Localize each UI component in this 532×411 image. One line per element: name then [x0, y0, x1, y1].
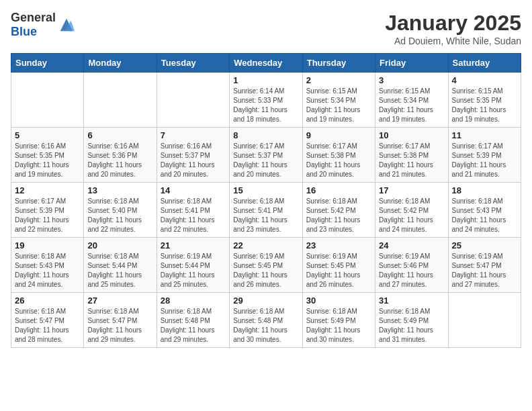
calendar-cell: 27Sunrise: 6:18 AMSunset: 5:47 PMDayligh… [84, 293, 157, 348]
day-number: 17 [379, 185, 444, 195]
calendar-cell: 5Sunrise: 6:16 AMSunset: 5:35 PMDaylight… [11, 128, 84, 183]
day-number: 20 [87, 240, 152, 250]
day-number: 30 [306, 295, 371, 306]
calendar-cell: 7Sunrise: 6:16 AMSunset: 5:37 PMDaylight… [157, 128, 229, 183]
calendar-cell: 16Sunrise: 6:18 AMSunset: 5:42 PMDayligh… [302, 183, 375, 238]
logo-icon [57, 15, 76, 34]
calendar-cell: 17Sunrise: 6:18 AMSunset: 5:42 PMDayligh… [375, 183, 448, 238]
calendar-cell: 9Sunrise: 6:17 AMSunset: 5:38 PMDaylight… [302, 128, 375, 183]
calendar-cell: 8Sunrise: 6:17 AMSunset: 5:37 PMDaylight… [230, 128, 302, 183]
day-info: Sunrise: 6:14 AMSunset: 5:33 PMDaylight:… [233, 87, 298, 124]
day-info: Sunrise: 6:19 AMSunset: 5:44 PMDaylight:… [161, 252, 226, 289]
weekday-header: Friday [375, 54, 448, 73]
calendar-cell: 29Sunrise: 6:18 AMSunset: 5:48 PMDayligh… [230, 293, 302, 348]
weekday-header: Wednesday [230, 54, 302, 73]
calendar-cell: 14Sunrise: 6:18 AMSunset: 5:41 PMDayligh… [157, 183, 229, 238]
day-number: 11 [452, 130, 517, 140]
calendar-cell: 13Sunrise: 6:18 AMSunset: 5:40 PMDayligh… [84, 183, 157, 238]
calendar-cell: 10Sunrise: 6:17 AMSunset: 5:38 PMDayligh… [375, 128, 448, 183]
day-info: Sunrise: 6:15 AMSunset: 5:34 PMDaylight:… [306, 87, 371, 124]
calendar-table: SundayMondayTuesdayWednesdayThursdayFrid… [11, 53, 521, 348]
day-number: 27 [87, 295, 152, 306]
calendar-cell: 30Sunrise: 6:18 AMSunset: 5:49 PMDayligh… [302, 293, 375, 348]
calendar-cell: 12Sunrise: 6:17 AMSunset: 5:39 PMDayligh… [11, 183, 84, 238]
weekday-header: Tuesday [157, 54, 229, 73]
location-title: Ad Douiem, White Nile, Sudan [385, 36, 521, 46]
day-info: Sunrise: 6:15 AMSunset: 5:34 PMDaylight:… [379, 87, 444, 124]
day-number: 21 [161, 240, 226, 250]
day-info: Sunrise: 6:18 AMSunset: 5:49 PMDaylight:… [306, 307, 371, 345]
calendar-week-row: 5Sunrise: 6:16 AMSunset: 5:35 PMDaylight… [11, 128, 521, 183]
day-info: Sunrise: 6:18 AMSunset: 5:41 PMDaylight:… [233, 197, 298, 234]
day-info: Sunrise: 6:18 AMSunset: 5:44 PMDaylight:… [87, 252, 152, 289]
day-info: Sunrise: 6:18 AMSunset: 5:42 PMDaylight:… [379, 197, 444, 234]
calendar-cell: 25Sunrise: 6:19 AMSunset: 5:47 PMDayligh… [448, 238, 521, 293]
day-info: Sunrise: 6:17 AMSunset: 5:38 PMDaylight:… [306, 142, 371, 179]
month-title: January 2025 [385, 11, 521, 36]
calendar-cell [157, 73, 229, 128]
logo-blue: Blue [11, 25, 37, 38]
day-info: Sunrise: 6:19 AMSunset: 5:46 PMDaylight:… [379, 252, 444, 289]
calendar-week-row: 1Sunrise: 6:14 AMSunset: 5:33 PMDaylight… [11, 73, 521, 128]
calendar-cell: 21Sunrise: 6:19 AMSunset: 5:44 PMDayligh… [157, 238, 229, 293]
day-info: Sunrise: 6:19 AMSunset: 5:45 PMDaylight:… [306, 252, 371, 289]
calendar-cell: 11Sunrise: 6:17 AMSunset: 5:39 PMDayligh… [448, 128, 521, 183]
day-info: Sunrise: 6:17 AMSunset: 5:39 PMDaylight:… [15, 197, 80, 234]
day-number: 18 [452, 185, 517, 195]
calendar-cell: 24Sunrise: 6:19 AMSunset: 5:46 PMDayligh… [375, 238, 448, 293]
calendar-cell: 18Sunrise: 6:18 AMSunset: 5:43 PMDayligh… [448, 183, 521, 238]
day-number: 15 [233, 185, 298, 195]
day-number: 9 [306, 130, 371, 140]
day-info: Sunrise: 6:17 AMSunset: 5:38 PMDaylight:… [379, 142, 444, 179]
calendar-week-row: 19Sunrise: 6:18 AMSunset: 5:43 PMDayligh… [11, 238, 521, 293]
logo: General Blue [11, 11, 76, 39]
day-number: 4 [452, 75, 517, 85]
day-info: Sunrise: 6:18 AMSunset: 5:48 PMDaylight:… [161, 307, 226, 345]
day-info: Sunrise: 6:18 AMSunset: 5:47 PMDaylight:… [15, 307, 80, 345]
day-info: Sunrise: 6:18 AMSunset: 5:43 PMDaylight:… [452, 197, 517, 234]
page-header: General Blue January 2025 Ad Douiem, Whi… [11, 11, 521, 46]
day-number: 28 [161, 295, 226, 306]
calendar-cell: 23Sunrise: 6:19 AMSunset: 5:45 PMDayligh… [302, 238, 375, 293]
calendar-cell: 28Sunrise: 6:18 AMSunset: 5:48 PMDayligh… [157, 293, 229, 348]
day-info: Sunrise: 6:18 AMSunset: 5:49 PMDaylight:… [379, 307, 444, 345]
day-number: 2 [306, 75, 371, 85]
weekday-header: Saturday [448, 54, 521, 73]
day-number: 29 [233, 295, 298, 306]
day-info: Sunrise: 6:16 AMSunset: 5:35 PMDaylight:… [15, 142, 80, 179]
calendar-cell [84, 73, 157, 128]
calendar-cell: 4Sunrise: 6:15 AMSunset: 5:35 PMDaylight… [448, 73, 521, 128]
calendar-cell: 1Sunrise: 6:14 AMSunset: 5:33 PMDaylight… [230, 73, 302, 128]
day-info: Sunrise: 6:19 AMSunset: 5:47 PMDaylight:… [452, 252, 517, 289]
title-section: January 2025 Ad Douiem, White Nile, Suda… [385, 11, 521, 46]
day-info: Sunrise: 6:18 AMSunset: 5:40 PMDaylight:… [87, 197, 152, 234]
logo-general: General [11, 11, 56, 24]
day-info: Sunrise: 6:17 AMSunset: 5:39 PMDaylight:… [452, 142, 517, 179]
day-number: 8 [233, 130, 298, 140]
calendar-cell: 3Sunrise: 6:15 AMSunset: 5:34 PMDaylight… [375, 73, 448, 128]
day-number: 12 [15, 185, 80, 195]
day-info: Sunrise: 6:15 AMSunset: 5:35 PMDaylight:… [452, 87, 517, 124]
calendar-week-row: 12Sunrise: 6:17 AMSunset: 5:39 PMDayligh… [11, 183, 521, 238]
calendar-cell: 15Sunrise: 6:18 AMSunset: 5:41 PMDayligh… [230, 183, 302, 238]
day-number: 7 [161, 130, 226, 140]
calendar-cell: 22Sunrise: 6:19 AMSunset: 5:45 PMDayligh… [230, 238, 302, 293]
calendar-cell: 20Sunrise: 6:18 AMSunset: 5:44 PMDayligh… [84, 238, 157, 293]
day-number: 1 [233, 75, 298, 85]
day-info: Sunrise: 6:18 AMSunset: 5:41 PMDaylight:… [161, 197, 226, 234]
calendar-week-row: 26Sunrise: 6:18 AMSunset: 5:47 PMDayligh… [11, 293, 521, 348]
day-number: 22 [233, 240, 298, 250]
calendar-cell [448, 293, 521, 348]
day-info: Sunrise: 6:16 AMSunset: 5:37 PMDaylight:… [161, 142, 226, 179]
calendar-cell: 6Sunrise: 6:16 AMSunset: 5:36 PMDaylight… [84, 128, 157, 183]
day-number: 14 [161, 185, 226, 195]
calendar-cell: 31Sunrise: 6:18 AMSunset: 5:49 PMDayligh… [375, 293, 448, 348]
day-number: 19 [15, 240, 80, 250]
day-number: 25 [452, 240, 517, 250]
calendar-header-row: SundayMondayTuesdayWednesdayThursdayFrid… [11, 54, 521, 73]
day-number: 3 [379, 75, 444, 85]
weekday-header: Thursday [302, 54, 375, 73]
day-info: Sunrise: 6:18 AMSunset: 5:47 PMDaylight:… [87, 307, 152, 345]
day-number: 26 [15, 295, 80, 306]
weekday-header: Monday [84, 54, 157, 73]
